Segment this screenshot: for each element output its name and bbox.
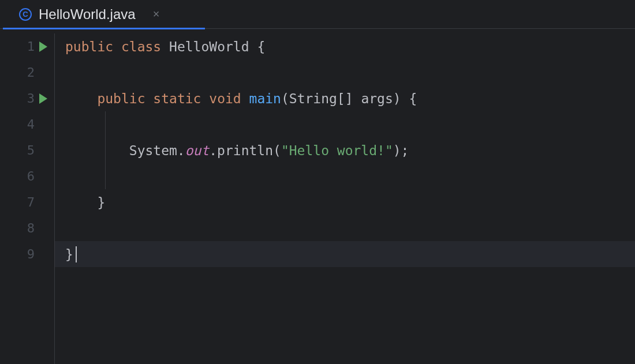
code-area[interactable]: public class HelloWorld { public static … bbox=[55, 33, 635, 364]
params-token: (String[] args) { bbox=[281, 91, 417, 106]
gutter-line[interactable]: 8 bbox=[0, 215, 54, 241]
gutter-line[interactable]: 1 bbox=[0, 33, 54, 59]
classname-token: HelloWorld bbox=[169, 39, 249, 54]
active-tab-indicator bbox=[3, 28, 205, 29]
keyword-token: public bbox=[65, 39, 113, 54]
code-line[interactable] bbox=[65, 59, 635, 85]
line-number: 7 bbox=[17, 195, 35, 209]
gutter-line[interactable]: 3 bbox=[0, 85, 54, 111]
code-line-current[interactable]: } bbox=[55, 241, 635, 267]
code-line[interactable] bbox=[65, 163, 635, 189]
brace-token: { bbox=[257, 39, 265, 54]
gutter-line[interactable]: 9 bbox=[0, 241, 54, 267]
code-line[interactable] bbox=[65, 215, 635, 241]
line-number: 5 bbox=[17, 143, 35, 157]
file-tab[interactable]: C HelloWorld.java × bbox=[9, 0, 170, 29]
gutter: 1 2 3 4 5 6 7 8 bbox=[0, 33, 55, 364]
gutter-line[interactable]: 4 bbox=[0, 111, 54, 137]
line-number: 8 bbox=[17, 221, 35, 235]
gutter-line[interactable]: 6 bbox=[0, 163, 54, 189]
tab-filename: HelloWorld.java bbox=[39, 6, 136, 22]
gutter-line[interactable]: 2 bbox=[0, 59, 54, 85]
keyword-token: static bbox=[153, 91, 201, 106]
line-number: 4 bbox=[17, 117, 35, 132]
gutter-line[interactable]: 7 bbox=[0, 189, 54, 215]
punct-token: ); bbox=[393, 143, 409, 158]
code-line[interactable]: public static void main(String[] args) { bbox=[65, 85, 635, 111]
run-icon[interactable] bbox=[39, 93, 47, 104]
code-line[interactable]: System.out.println("Hello world!"); bbox=[65, 137, 635, 163]
gutter-line[interactable]: 5 bbox=[0, 137, 54, 163]
indent-guide bbox=[105, 137, 106, 163]
brace-token: } bbox=[65, 247, 73, 262]
tab-bar: C HelloWorld.java × bbox=[0, 0, 635, 29]
line-number: 1 bbox=[17, 39, 35, 54]
indent-guide bbox=[105, 111, 106, 137]
method-call-token: .println( bbox=[209, 143, 281, 158]
code-line[interactable] bbox=[65, 111, 635, 137]
class-file-icon: C bbox=[19, 8, 32, 21]
line-number: 3 bbox=[17, 91, 35, 106]
text-cursor bbox=[76, 246, 77, 262]
keyword-token: class bbox=[121, 39, 161, 54]
line-number: 2 bbox=[17, 65, 35, 80]
method-token: main bbox=[249, 91, 281, 106]
close-tab-icon[interactable]: × bbox=[153, 7, 160, 21]
code-line[interactable]: } bbox=[65, 189, 635, 215]
indent-guide bbox=[105, 163, 106, 189]
line-number: 9 bbox=[17, 247, 35, 261]
code-editor: 1 2 3 4 5 6 7 8 bbox=[0, 29, 635, 364]
string-token: "Hello world!" bbox=[281, 143, 393, 158]
identifier-token: System. bbox=[129, 143, 185, 158]
run-icon[interactable] bbox=[39, 42, 47, 52]
code-line[interactable]: public class HelloWorld { bbox=[65, 33, 635, 59]
keyword-token: void bbox=[209, 91, 241, 106]
line-number: 6 bbox=[17, 169, 35, 183]
keyword-token: public bbox=[97, 91, 145, 106]
field-token: out bbox=[185, 143, 210, 158]
brace-token: } bbox=[97, 195, 105, 210]
